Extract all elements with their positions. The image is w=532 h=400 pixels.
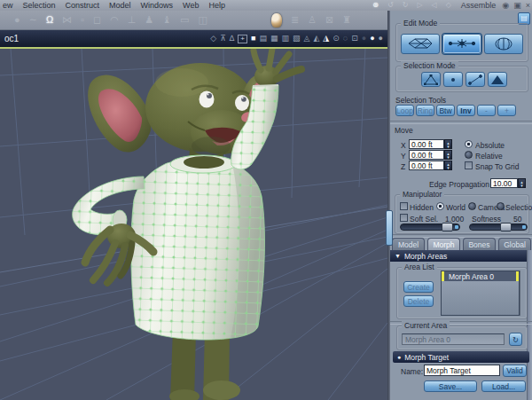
morph-target-name-field[interactable]: Morph Target [424,365,500,376]
restore-window-icon[interactable]: ▣ [513,2,521,10]
character-model[interactable] [73,49,301,400]
tab-global[interactable]: Global [498,238,531,250]
hidden-checkbox[interactable] [400,202,408,210]
layout-columns-icon[interactable]: ▥ [281,35,289,43]
menu-windows[interactable]: Windows [141,1,174,10]
menu-web[interactable]: Web [183,1,199,10]
area-list-scrollbar[interactable] [520,271,524,316]
splitter-collapse-handle[interactable] [386,210,393,246]
select-vertex-mode-button[interactable] [421,72,441,87]
ring-button[interactable]: Ring [416,105,434,116]
layout-two-rows-icon[interactable]: ▤ [259,35,267,43]
panel-scrollbar[interactable] [527,250,532,400]
camera-radio[interactable] [468,202,476,210]
invert-button[interactable]: Inv [457,105,475,116]
snap-to-grid-checkbox[interactable] [465,161,473,169]
edge-propagation-spinner[interactable]: ▴▾ [518,178,526,188]
loop-button[interactable]: Loop [395,105,414,116]
room-undo-icon[interactable]: ↺ [387,2,394,9]
character-morph-tool-icon[interactable] [271,13,282,27]
tab-model[interactable]: Model [392,238,425,250]
snap-to-grid-label[interactable]: Snap To Grid [475,162,519,171]
eye-icon[interactable]: ◉ [502,2,509,10]
shrink-button[interactable]: - [477,105,496,116]
vertex-tool-icon[interactable]: ▫ [81,15,84,25]
show-box-icon[interactable]: ⊡ [351,35,358,43]
frame-tool-icon[interactable]: ▭ [180,15,189,25]
clipboard-tool-icon[interactable]: ◫ [199,15,207,25]
soft-selection-slider[interactable] [400,224,460,231]
room-redo-icon[interactable]: ↻ [403,2,409,9]
select-point-mode-button[interactable] [443,72,463,87]
relative-radio[interactable] [465,151,473,159]
y-spinner[interactable]: ▴▾ [444,150,452,160]
softness-slider[interactable] [469,224,528,231]
edit-mode-soft-button[interactable] [484,34,523,54]
close-icon[interactable]: × [526,2,530,10]
world-label[interactable]: World [446,203,466,212]
menu-model[interactable]: Model [109,1,131,10]
absolute-radio[interactable] [465,140,473,148]
hidden-label[interactable]: Hidden [410,203,434,212]
morph-area-list[interactable]: Morph Area 0 [441,271,520,316]
soft-selection-checkbox[interactable] [400,214,408,222]
world-radio[interactable] [436,202,444,210]
menu-construct[interactable]: Construct [66,1,100,10]
absolute-label[interactable]: Absolute [475,141,505,150]
edit-mode-vertex-button[interactable] [442,34,481,54]
goblet-tool-icon[interactable]: ♝ [162,15,171,25]
soft-selection-label[interactable]: Soft Sel. [410,215,438,224]
room-play-icon[interactable]: ▷ [417,2,422,9]
show-normals-icon[interactable]: ⊙ [332,35,340,43]
z-value-field[interactable]: 0.00 ft [409,161,444,170]
create-area-button[interactable]: Create [403,281,434,293]
figure-tool-icon[interactable]: ♟ [145,15,153,25]
selection-label[interactable]: Selection [505,203,532,212]
current-area-field[interactable]: Morph Area 0 [402,333,505,345]
scissors-tool-icon[interactable]: ⋈ [62,15,72,25]
frame-scene-icon[interactable]: ∆ [230,35,235,43]
x-spinner[interactable]: ▴▾ [444,139,452,149]
display-wireframe-icon[interactable]: ◬ [303,35,309,43]
display-flat-icon[interactable]: ◭ [313,35,319,43]
pose-figure-tool-icon[interactable]: ♜ [342,15,351,25]
menu-selection[interactable]: Selection [23,1,56,10]
edit-mode-object-button[interactable] [401,34,440,54]
morph-target-header[interactable]: ● Morph Target [393,351,529,363]
walk-view-icon[interactable]: ⊼ [220,35,226,43]
pan-view-icon[interactable]: + [238,35,247,43]
load-button[interactable]: Load... [481,380,526,392]
tab-morph[interactable]: Morph [427,238,460,250]
lamp-tool-icon[interactable]: ⊥ [128,15,137,25]
delete-area-button[interactable]: Delete [403,295,434,307]
shade-gray-sphere-icon[interactable]: ● [379,35,383,43]
morph-areas-header[interactable]: ▼ Morph Areas [390,250,532,262]
hand-cube-tool-icon[interactable]: ≣ [291,15,299,25]
menu-help[interactable]: Help [208,1,225,10]
relative-label[interactable]: Relative [475,152,503,161]
tab-bones[interactable]: Bones [463,238,496,250]
magnet-tool-icon[interactable]: Ω [46,15,53,25]
panel-splitter[interactable] [387,11,390,400]
scale-figure-tool-icon[interactable]: ♙ [308,15,317,25]
sphere-primitive-icon[interactable]: ● [14,15,20,25]
shade-light-sphere-icon[interactable]: ● [370,35,374,43]
collapse-arrow-icon[interactable]: ▼ [395,253,401,259]
layout-grid-icon[interactable]: ▦ [270,35,278,43]
select-face-mode-button[interactable] [488,72,507,87]
layout-single-icon[interactable]: ■ [251,35,255,43]
viewport-3d[interactable] [0,49,387,400]
selection-radio[interactable] [497,202,505,210]
dome-tool-icon[interactable]: ◠ [110,15,119,25]
mirror-figure-tool-icon[interactable]: ⊠ [325,15,333,25]
display-smooth-icon[interactable]: ◮ [323,35,329,43]
show-points-icon[interactable]: ◌ [343,35,348,43]
room-back-icon[interactable]: ◁ [432,2,437,9]
lasso-tool-icon[interactable]: ◻ [93,15,101,25]
valid-button[interactable]: Valid [503,365,527,377]
active-room-hand-icon[interactable]: ⊛ [372,2,379,9]
grow-button[interactable]: + [497,105,516,116]
curves-tool-icon[interactable]: ∼ [29,15,37,25]
viewport-tab-label[interactable]: oc1 [4,34,19,43]
morph-area-list-item[interactable]: Morph Area 0 [442,271,519,281]
